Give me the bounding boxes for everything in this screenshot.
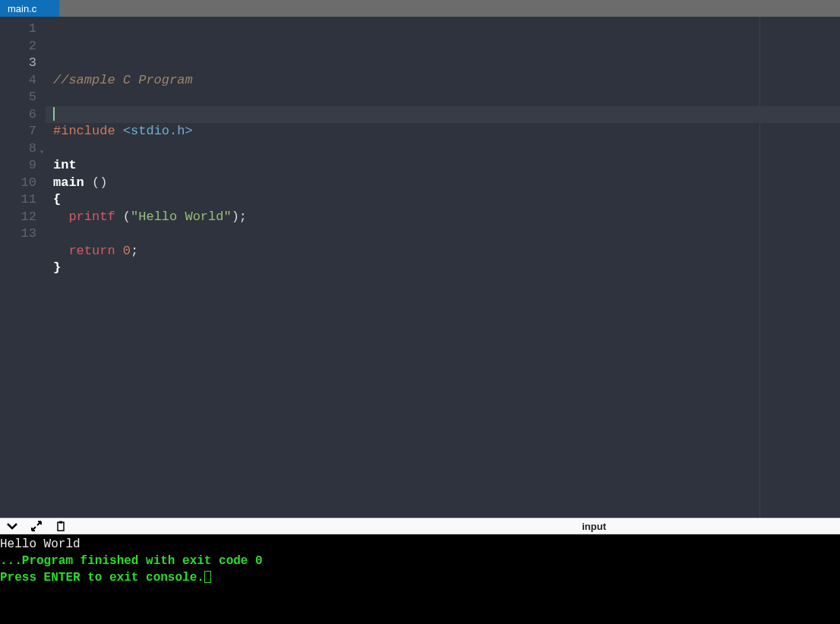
code-line[interactable]: printf ("Hello World"); — [53, 209, 840, 226]
code-token — [53, 210, 68, 224]
code-line[interactable] — [53, 277, 840, 295]
console-line: ...Program finished with exit code 0 — [0, 553, 840, 569]
line-number: 12 — [0, 209, 36, 226]
code-token: { — [53, 192, 61, 206]
console-line: Hello World — [0, 536, 840, 553]
file-tab-label: main.c — [8, 3, 36, 14]
code-token: } — [53, 260, 61, 275]
code-token: ); — [232, 210, 247, 224]
line-number: 6 — [0, 106, 36, 124]
code-token: ( — [123, 210, 131, 224]
code-token: #include — [53, 124, 123, 138]
code-line[interactable] — [53, 89, 840, 106]
line-number: 7 — [0, 123, 36, 140]
code-line[interactable]: int — [53, 157, 840, 175]
line-number-gutter: 12345678▾910111213 — [0, 17, 46, 518]
clipboard-icon[interactable] — [55, 520, 67, 532]
expand-icon[interactable] — [30, 520, 43, 532]
code-token: int — [53, 158, 77, 172]
code-line[interactable]: #include <stdio.h> — [53, 123, 840, 140]
chevron-down-icon[interactable] — [6, 520, 18, 532]
code-editor[interactable]: 12345678▾910111213 //sample C Program#in… — [0, 17, 840, 518]
line-number: 9 — [0, 157, 36, 175]
line-number: 2 — [0, 38, 36, 55]
code-token — [53, 244, 68, 258]
text-cursor — [53, 107, 55, 121]
code-line[interactable] — [53, 225, 840, 243]
line-number: 8▾ — [0, 140, 36, 158]
tab-bar: main.c — [0, 0, 840, 17]
input-label: input — [582, 521, 606, 532]
line-number: 11 — [0, 191, 36, 209]
console-toolbar: input — [0, 518, 840, 534]
code-token: "Hello World" — [131, 210, 232, 224]
code-line[interactable]: } — [53, 260, 840, 277]
code-token: <stdio.h> — [123, 124, 193, 138]
code-token: ; — [131, 244, 138, 258]
code-token: main — [53, 175, 92, 190]
line-number: 1 — [0, 20, 36, 38]
console-cursor — [204, 571, 211, 583]
console-output[interactable]: Hello World...Program finished with exit… — [0, 534, 840, 624]
code-token: //sample C Program — [53, 73, 193, 87]
code-line[interactable]: main () — [53, 175, 840, 192]
file-tab-main-c[interactable]: main.c — [0, 0, 59, 17]
code-content[interactable]: //sample C Program#include <stdio.h>intm… — [46, 17, 840, 518]
svg-rect-1 — [59, 522, 62, 524]
code-line[interactable]: //sample C Program — [53, 72, 840, 90]
code-token: return — [68, 244, 122, 258]
line-number: 13 — [0, 225, 36, 243]
fold-marker-icon[interactable]: ▾ — [39, 144, 44, 162]
code-token: printf — [68, 210, 122, 224]
line-number: 5 — [0, 89, 36, 106]
code-token: 0 — [123, 244, 131, 258]
code-line[interactable] — [53, 140, 840, 158]
code-line[interactable]: { — [53, 191, 840, 209]
svg-rect-0 — [58, 522, 64, 531]
code-line[interactable]: return 0; — [53, 243, 840, 260]
line-number: 3 — [0, 55, 36, 72]
line-number: 10 — [0, 175, 36, 192]
console-line: Press ENTER to exit console. — [0, 569, 840, 586]
code-line[interactable] — [46, 106, 840, 124]
line-number: 4 — [0, 72, 36, 90]
code-token: () — [92, 175, 107, 190]
